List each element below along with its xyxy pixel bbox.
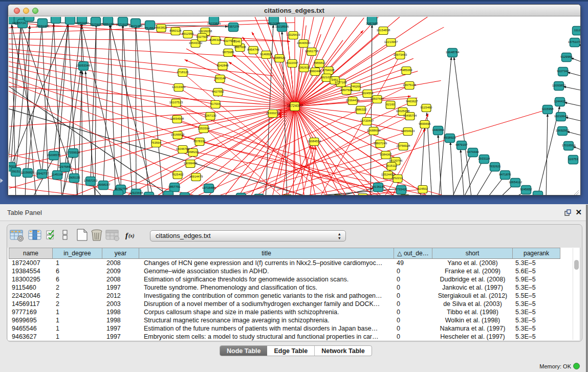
svg-text:8186328: 8186328 — [209, 38, 222, 41]
svg-text:7955812: 7955812 — [313, 61, 325, 64]
svg-text:6794028: 6794028 — [322, 69, 335, 72]
svg-text:8960124: 8960124 — [169, 29, 182, 32]
svg-text:8990448: 8990448 — [309, 70, 321, 73]
svg-text:16107523: 16107523 — [169, 101, 183, 104]
svg-text:7485063: 7485063 — [400, 69, 412, 72]
svg-text:20206576: 20206576 — [47, 154, 61, 157]
svg-text:7663822: 7663822 — [155, 26, 167, 29]
svg-text:13716485: 13716485 — [202, 186, 216, 189]
svg-text:116753: 116753 — [568, 158, 578, 161]
svg-text:12093852: 12093852 — [552, 84, 566, 87]
svg-text:8427552: 8427552 — [212, 90, 224, 93]
svg-text:10688609: 10688609 — [367, 129, 381, 132]
svg-text:11156829: 11156829 — [21, 171, 34, 174]
svg-text:13975115: 13975115 — [403, 83, 417, 86]
svg-text:417004: 417004 — [210, 102, 221, 105]
svg-text:10507487: 10507487 — [371, 97, 384, 100]
svg-text:19218506: 19218506 — [275, 25, 289, 28]
svg-text:9129966: 9129966 — [560, 55, 573, 58]
svg-text:2886322: 2886322 — [355, 108, 367, 111]
svg-text:20691406: 20691406 — [36, 25, 50, 28]
svg-text:746266: 746266 — [351, 85, 361, 88]
svg-text:16120746: 16120746 — [389, 159, 403, 162]
svg-text:15692901: 15692901 — [556, 129, 570, 132]
svg-text:19099489: 19099489 — [184, 162, 198, 165]
svg-text:8454749: 8454749 — [247, 48, 259, 51]
svg-text:185001: 185001 — [9, 165, 16, 168]
svg-text:7632621: 7632621 — [489, 165, 501, 168]
svg-text:7625402: 7625402 — [171, 173, 184, 176]
svg-text:62160: 62160 — [386, 103, 395, 106]
svg-text:12975867: 12975867 — [58, 165, 72, 168]
svg-text:19166825: 19166825 — [171, 133, 185, 136]
svg-text:2933114: 2933114 — [478, 157, 491, 160]
svg-text:19654923: 19654923 — [401, 129, 415, 133]
svg-text:25300273: 25300273 — [266, 112, 280, 115]
svg-text:15720407: 15720407 — [360, 119, 374, 122]
svg-text:13524451: 13524451 — [381, 173, 395, 176]
svg-text:16033809: 16033809 — [207, 22, 221, 25]
svg-text:2087682: 2087682 — [366, 22, 378, 25]
svg-text:1244415: 1244415 — [554, 100, 566, 103]
svg-text:2867608: 2867608 — [234, 46, 246, 49]
svg-text:8322037: 8322037 — [286, 61, 298, 64]
svg-text:3215958: 3215958 — [541, 107, 554, 111]
svg-text:9245652: 9245652 — [520, 188, 532, 191]
svg-text:9451: 9451 — [331, 78, 338, 81]
svg-text:17359928: 17359928 — [67, 151, 80, 154]
svg-text:10025458: 10025458 — [396, 110, 410, 113]
svg-text:1145194: 1145194 — [52, 173, 64, 176]
svg-text:12942737: 12942737 — [35, 172, 49, 175]
svg-text:13495754: 13495754 — [403, 114, 417, 117]
svg-text:1588520: 1588520 — [273, 56, 286, 59]
svg-text:753594: 753594 — [151, 141, 162, 144]
svg-text:8471876: 8471876 — [499, 173, 511, 176]
svg-text:1112: 1112 — [574, 29, 581, 32]
svg-text:3024554: 3024554 — [361, 92, 374, 95]
svg-text:9699695: 9699695 — [419, 122, 431, 125]
svg-text:16782759: 16782759 — [114, 187, 128, 190]
svg-text:1733426: 1733426 — [395, 188, 407, 191]
svg-text:8938923: 8938923 — [444, 136, 456, 139]
svg-text:1353594: 1353594 — [198, 127, 210, 130]
svg-text:3875685: 3875685 — [222, 51, 234, 54]
svg-text:252214: 252214 — [393, 177, 403, 180]
svg-text:8912955: 8912955 — [182, 32, 194, 35]
svg-text:2546: 2546 — [233, 40, 241, 43]
svg-text:16961758: 16961758 — [305, 50, 319, 53]
svg-text:9242848: 9242848 — [216, 64, 229, 67]
svg-text:(x): (x) — [128, 233, 135, 239]
svg-text:10210643: 10210643 — [554, 115, 568, 118]
svg-text:16914479: 16914479 — [189, 175, 203, 178]
svg-text:6897508: 6897508 — [340, 89, 353, 92]
svg-text:9384067: 9384067 — [380, 153, 392, 156]
svg-text:12923448: 12923448 — [129, 191, 143, 194]
svg-text:19654908: 19654908 — [170, 117, 184, 120]
svg-text:17016504: 17016504 — [562, 144, 576, 147]
svg-text:12213303: 12213303 — [172, 85, 186, 89]
svg-text:16154838: 16154838 — [377, 29, 390, 32]
svg-text:19384554: 19384554 — [308, 140, 321, 143]
svg-text:751552: 751552 — [145, 27, 156, 30]
svg-text:14055724: 14055724 — [12, 21, 26, 25]
svg-text:9327503: 9327503 — [196, 35, 208, 38]
svg-text:16640910: 16640910 — [297, 41, 311, 45]
svg-text:1527602: 1527602 — [90, 23, 102, 26]
svg-text:1615112: 1615112 — [386, 164, 398, 167]
svg-text:7357274: 7357274 — [227, 25, 239, 28]
svg-text:13226058: 13226058 — [199, 30, 212, 33]
svg-text:16648784: 16648784 — [446, 51, 460, 54]
svg-text:9463627: 9463627 — [406, 100, 418, 103]
svg-text:16543382: 16543382 — [189, 41, 203, 45]
svg-text:1440954: 1440954 — [432, 128, 444, 132]
svg-text:10654112: 10654112 — [509, 181, 522, 184]
svg-text:13325419: 13325419 — [287, 33, 300, 36]
svg-text:20364436: 20364436 — [346, 99, 360, 102]
svg-text:9227342: 9227342 — [557, 70, 569, 73]
svg-text:39151: 39151 — [12, 170, 20, 173]
svg-text:924502: 924502 — [418, 187, 428, 190]
svg-text:10719155: 10719155 — [116, 23, 130, 26]
svg-text:2803144: 2803144 — [214, 77, 226, 80]
svg-text:20756928: 20756928 — [397, 144, 410, 147]
svg-text:14958157: 14958157 — [97, 183, 111, 186]
